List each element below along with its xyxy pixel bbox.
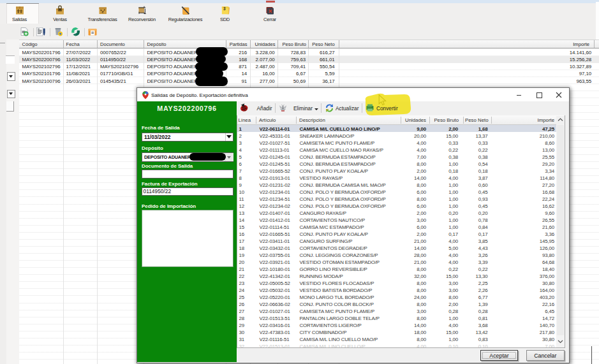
svg-text:3: 3 (223, 6, 226, 11)
